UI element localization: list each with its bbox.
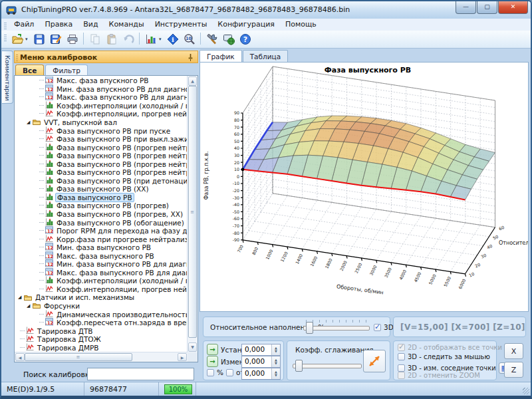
horizontal-scroll-thumb[interactable]: ≡ xyxy=(25,353,132,361)
tree-item[interactable]: Коэфф.интерполяции, прогрев нейтр. (холо… xyxy=(15,110,187,118)
info-button[interactable]: i xyxy=(164,31,181,47)
tree-item[interactable]: Фаза выпускного РВ (прогрев нейтрал., ХХ… xyxy=(15,168,187,177)
scroll-down-icon[interactable]: ▼ xyxy=(188,342,197,352)
smoothing-apply-button[interactable] xyxy=(363,350,386,372)
tree-item[interactable]: Коэфф.интерполяции, прогрев нейтр. (холо… xyxy=(15,285,187,294)
tree-item[interactable]: Фаза выпускного РВ при пуске xyxy=(15,126,187,135)
view-option-checkbox[interactable] xyxy=(398,353,405,360)
tree-item[interactable]: Фаза выпускного РВ (при детонации) xyxy=(15,177,187,186)
apply-change-button[interactable]: → xyxy=(207,356,218,367)
tree-item[interactable]: Фаза выпускного РВ (прогрев, ХХ) xyxy=(15,210,187,219)
print-button[interactable] xyxy=(64,31,80,47)
spinner-arrows-icon[interactable]: ▲▼ xyxy=(271,368,280,379)
help-button[interactable]: ? xyxy=(237,31,253,47)
tree-item[interactable]: .12Макс. фаза впускного РВ xyxy=(15,76,187,85)
spinner-arrows-icon[interactable]: ▲▼ xyxy=(271,356,280,367)
open-button[interactable] xyxy=(9,31,25,47)
set-value-spinner[interactable]: 0,000 ▲▼ xyxy=(241,344,281,356)
apply-set-button[interactable]: → xyxy=(207,344,218,355)
view-option-checkbox[interactable] xyxy=(398,344,405,351)
chart-dropdown-icon[interactable]: ▾ xyxy=(159,37,164,42)
tree-item[interactable]: Фаза выпускного РВ xyxy=(15,194,187,202)
tree-item[interactable]: Фаза выпускного РВ при выкл.зажигания xyxy=(15,135,187,144)
load-slider[interactable] xyxy=(303,322,370,332)
change-value-spinner[interactable]: 0,000 ▲▼ xyxy=(241,356,281,368)
menu-команды[interactable]: Команды xyxy=(104,19,150,29)
menu-инструменты[interactable]: Инструменты xyxy=(150,19,213,29)
pin-icon[interactable] xyxy=(188,53,194,62)
tree-folder[interactable]: ◢Форсунки xyxy=(15,302,187,311)
surface-chart[interactable]: -90-80-70-60-50-40-30-20-100102030405060… xyxy=(200,63,528,311)
paste-button[interactable] xyxy=(103,31,120,47)
tree-item[interactable]: Фаза выпускного РВ (ХХ) xyxy=(15,185,187,194)
smoothing-slider[interactable] xyxy=(293,360,362,370)
menu-конфигурация[interactable]: Конфигурация xyxy=(212,19,280,29)
maximize-button[interactable]: ▢ xyxy=(477,1,497,14)
vertical-scroll-thumb[interactable]: ≡ xyxy=(188,86,197,338)
tree-item[interactable]: Фаза выпускного РВ (обогащение) xyxy=(15,218,187,227)
chart-button[interactable] xyxy=(142,31,159,47)
relative-value-spinner[interactable]: 0,000 ▲▼ xyxy=(241,368,281,380)
tree-item[interactable]: .12Макс. фаза впускного РВ для диагности… xyxy=(15,93,187,102)
save-as-button[interactable] xyxy=(47,31,64,47)
tree-folder[interactable]: ◢VVT, выпускной вал xyxy=(15,118,187,127)
scroll-up-icon[interactable]: ▲ xyxy=(188,76,197,86)
view-option-checkbox[interactable] xyxy=(398,364,405,372)
tools-button[interactable] xyxy=(203,31,220,47)
slider-thumb[interactable] xyxy=(306,322,313,334)
expand-arrow-icon[interactable]: ◢ xyxy=(27,120,33,125)
network-button[interactable] xyxy=(220,31,237,47)
tree-item[interactable]: .12Коэфф.пересчета отн.заряда в время вп… xyxy=(15,319,187,327)
menu-правка[interactable]: Правка xyxy=(39,19,78,29)
tree-item[interactable]: Фаза выпускного РВ (прогрев нейтрализато… xyxy=(15,143,187,152)
tree-item[interactable]: .12Мин. фаза впускного РВ для диагностик… xyxy=(15,85,187,94)
menu-вид[interactable]: Вид xyxy=(78,19,103,29)
x-axis-button[interactable]: X xyxy=(504,343,523,359)
spinner-arrows-icon[interactable]: ▲▼ xyxy=(271,344,280,355)
tree-item[interactable]: .12Мин. фаза выпускного РВ для диагности… xyxy=(15,260,187,269)
tree-item[interactable]: Тарировка ДТВ xyxy=(15,327,187,335)
tree-item[interactable]: Корр.фаза при прогреве нейтрализатора xyxy=(15,235,187,243)
slider-track[interactable] xyxy=(293,364,362,368)
tree-vertical-scrollbar[interactable]: ▲ ≡ ▼ xyxy=(187,76,198,352)
tree-item[interactable]: Фаза выпускного РВ (прогрев нейтрал., ХХ… xyxy=(15,160,187,168)
copy-button[interactable] xyxy=(86,31,103,47)
scroll-left-icon[interactable]: ◀ xyxy=(15,353,25,361)
percent-checkbox[interactable] xyxy=(207,369,214,376)
slider-thumb[interactable] xyxy=(295,360,303,372)
tree-item[interactable]: Тарировка ДТОЖ xyxy=(15,335,187,344)
save-button[interactable] xyxy=(31,31,47,47)
menu-помощь[interactable]: Помощь xyxy=(280,19,322,29)
view-tab-график[interactable]: График xyxy=(200,50,242,62)
open-dropdown-icon[interactable]: ▾ xyxy=(25,37,31,42)
tree-item[interactable]: Коэфф.интерполяции (холодный / горячий ) xyxy=(15,277,187,285)
view-option-checkbox[interactable] xyxy=(398,372,405,379)
menu-файл[interactable]: Файл xyxy=(9,19,39,29)
view-tab-таблица[interactable]: Таблица xyxy=(243,50,288,62)
panel-header[interactable]: Меню калибровок xyxy=(14,51,198,63)
scroll-right-icon[interactable]: ▶ xyxy=(178,353,187,361)
search-input[interactable] xyxy=(87,368,194,380)
tree-item[interactable]: Динамическая производительность xyxy=(15,310,187,319)
close-button[interactable]: ✕ xyxy=(498,1,528,14)
minimize-button[interactable]: — xyxy=(456,1,476,14)
expand-arrow-icon[interactable]: ◢ xyxy=(27,303,33,309)
resize-grip[interactable] xyxy=(523,388,529,394)
z-axis-button[interactable]: Z xyxy=(504,362,523,378)
tab-comments-collapsed[interactable]: Комментарии xyxy=(2,51,13,104)
tree-item[interactable]: .12Макс. фаза выпускного РВ xyxy=(15,251,187,260)
filter-tab-все[interactable]: Все xyxy=(15,65,44,76)
tree-item[interactable]: Коэфф.интерполяции (холодный / горячий ) xyxy=(15,102,187,110)
expand-arrow-icon[interactable]: ◢ xyxy=(18,295,24,300)
slider-track[interactable] xyxy=(303,326,370,331)
tree-folder[interactable]: ◢Датчики и исп. механизмы xyxy=(15,293,187,302)
filter-tab-фильтр[interactable]: Фильтр xyxy=(45,65,88,76)
undo-button[interactable] xyxy=(120,31,136,47)
tree-item[interactable]: Фаза выпускного РВ (прогрев) xyxy=(15,201,187,210)
tree-item[interactable]: Тарировка ДМРВ xyxy=(15,344,187,352)
tree-horizontal-scrollbar[interactable]: ◀ ≡ ▶ xyxy=(15,352,188,362)
tree-item[interactable]: .12Порог RPM для перехода на фазу для ре… xyxy=(15,227,187,235)
title-bar[interactable]: ChipTuningPRO ver.7.4.8.969 - Antara32L_… xyxy=(1,1,531,19)
3d-checkbox[interactable] xyxy=(374,324,381,331)
relative-checkbox[interactable] xyxy=(226,369,233,376)
